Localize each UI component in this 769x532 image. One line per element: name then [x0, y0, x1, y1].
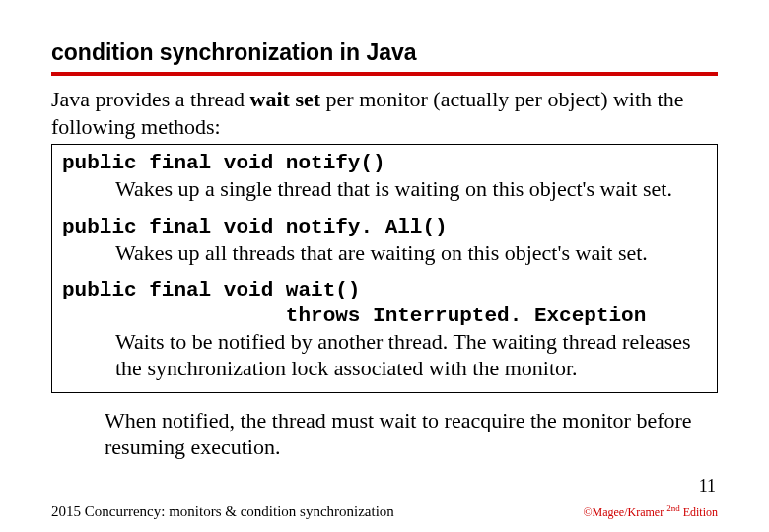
notify-desc: Wakes up a single thread that is waiting…: [62, 175, 707, 203]
method-wait: public final void wait() throws Interrup…: [62, 278, 707, 381]
slide: condition synchronization in Java Java p…: [0, 0, 769, 532]
methods-box: public final void notify() Wakes up a si…: [51, 144, 718, 393]
wait-signature-2: throws Interrupted. Exception: [62, 303, 707, 328]
method-notify-all: public final void notify. All() Wakes up…: [62, 215, 707, 267]
intro-bold: wait set: [250, 87, 320, 111]
title-rule: [51, 72, 718, 76]
method-notify: public final void notify() Wakes up a si…: [62, 151, 707, 203]
post-note: When notified, the thread must wait to r…: [51, 407, 718, 461]
footer-right-pre: ©Magee/Kramer: [583, 505, 666, 519]
footer-right-sup: 2nd: [666, 503, 680, 513]
wait-desc: Waits to be notified by another thread. …: [62, 328, 707, 382]
intro-pre: Java provides a thread: [51, 87, 250, 111]
footer-right-post: Edition: [680, 505, 718, 519]
notify-signature: public final void notify(): [62, 151, 707, 175]
page-number: 11: [699, 476, 716, 497]
notifyall-signature: public final void notify. All(): [62, 215, 707, 239]
slide-title: condition synchronization in Java: [51, 39, 718, 72]
footer-right: ©Magee/Kramer 2nd Edition: [583, 503, 718, 520]
intro-text: Java provides a thread wait set per moni…: [51, 86, 718, 140]
footer-left: 2015 Concurrency: monitors & condition s…: [51, 503, 394, 520]
wait-signature-1: public final void wait(): [62, 278, 707, 302]
notifyall-desc: Wakes up all threads that are waiting on…: [62, 239, 707, 267]
